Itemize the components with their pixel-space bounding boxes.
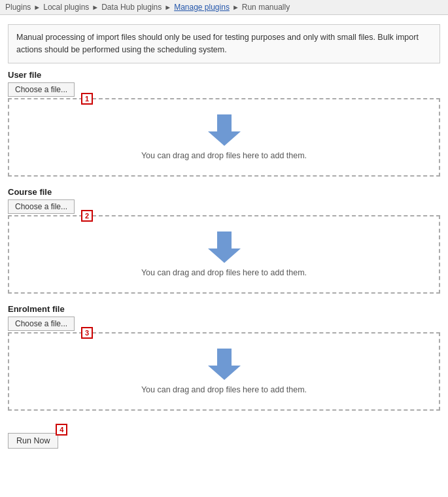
course-file-section: Course file Choose a file... 2 You can d…: [8, 187, 440, 294]
breadcrumb-datahub-plugins[interactable]: Data Hub plugins: [101, 3, 162, 12]
user-file-drop-text: You can drag and drop files here to add …: [141, 151, 307, 160]
breadcrumb-plugins[interactable]: Plugins: [5, 3, 31, 12]
enrolment-file-section: Enrolment file Choose a file... 3 You ca…: [8, 304, 440, 411]
warning-box: Manual processing of import files should…: [8, 24, 440, 63]
choose-user-file-button[interactable]: Choose a file...: [8, 82, 75, 97]
breadcrumb-sep-1: ►: [33, 3, 41, 11]
breadcrumb-sep-3: ►: [164, 3, 171, 11]
breadcrumb-manage-plugins[interactable]: Manage plugins: [174, 3, 230, 12]
user-file-drop-zone[interactable]: 1 You can drag and drop files here to ad…: [8, 98, 440, 177]
run-now-button[interactable]: Run Now: [8, 433, 58, 449]
choose-enrolment-file-button[interactable]: Choose a file...: [8, 317, 75, 331]
svg-marker-0: [208, 114, 241, 146]
drop-arrow-icon-3: [208, 349, 241, 380]
svg-marker-2: [208, 349, 241, 380]
run-now-badge: 4: [56, 424, 67, 436]
user-file-section: User file Choose a file... 1 You can dra…: [8, 70, 440, 177]
breadcrumb-local-plugins[interactable]: Local plugins: [43, 3, 89, 12]
course-file-drop-text: You can drag and drop files here to add …: [141, 268, 307, 277]
course-file-drop-zone[interactable]: 2 You can drag and drop files here to ad…: [8, 215, 440, 294]
enrolment-file-drop-zone[interactable]: 3 You can drag and drop files here to ad…: [8, 332, 440, 411]
main-content: User file Choose a file... 1 You can dra…: [0, 70, 448, 462]
breadcrumb-run-manually: Run manually: [242, 3, 290, 12]
enrolment-file-drop-text: You can drag and drop files here to add …: [141, 385, 307, 394]
user-file-label: User file: [8, 70, 440, 80]
drop-arrow-icon-2: [208, 231, 241, 263]
svg-marker-1: [208, 231, 241, 263]
run-now-container: Run Now 4: [8, 430, 58, 449]
enrolment-file-label: Enrolment file: [8, 304, 440, 314]
breadcrumb-sep-4: ►: [232, 3, 239, 11]
course-file-label: Course file: [8, 187, 440, 197]
choose-course-file-button[interactable]: Choose a file...: [8, 199, 75, 214]
warning-text: Manual processing of import files should…: [16, 33, 419, 54]
user-file-badge: 1: [81, 93, 93, 105]
breadcrumb-sep-2: ►: [92, 3, 99, 11]
drop-arrow-icon-1: [208, 114, 241, 146]
enrolment-file-badge: 3: [81, 327, 93, 339]
course-file-badge: 2: [81, 210, 93, 222]
breadcrumb: Plugins ► Local plugins ► Data Hub plugi…: [0, 0, 448, 15]
